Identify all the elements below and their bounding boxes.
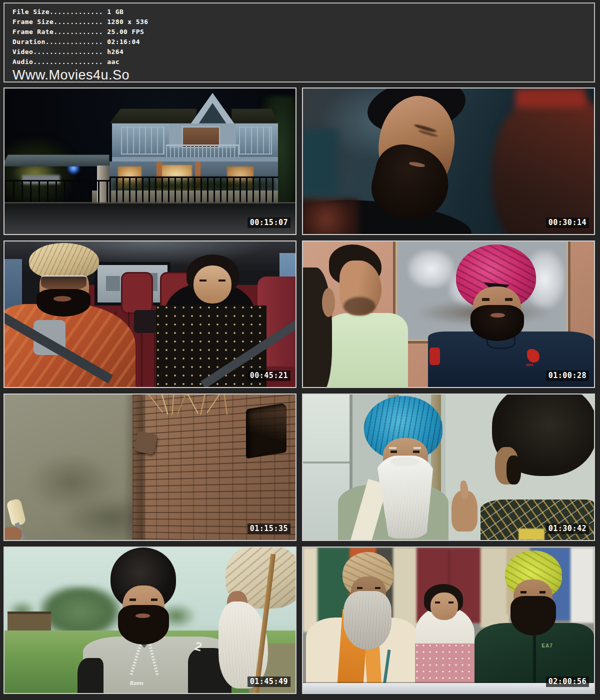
polo-logo-text: USPA [526,364,533,366]
screenshot-cell-6: 01:30:42 [302,394,595,541]
elder-eyes [357,587,380,590]
speaker-eyes [482,298,512,300]
media-info-sheet: File Size............. 1 GB Frame Size..… [0,0,600,700]
timestamp-badge: 00:30:14 [546,218,589,228]
warm-blur-blob [303,199,358,234]
upper-window-right [239,126,272,155]
still-brick-wall [4,394,296,540]
green-tshirt-man-body [320,313,408,387]
young-man-eyes [520,591,546,594]
blurred-foreground-head [492,92,594,234]
screenshot-cell-7: 2 Rams 01:45:49 [4,546,296,694]
screenshot-cell-3: 00:45:21 [4,240,296,388]
yellow-tee-hint [518,528,544,540]
audio-codec-line: Audio................. aac [12,57,594,67]
paint-roller [6,498,26,527]
balcony-railing [166,144,239,158]
screenshot-cell-2: 00:30:14 [302,88,595,235]
screenshot-cell-5: 01:15:35 [4,394,296,541]
file-info-panel: File Size............. 1 GB Frame Size..… [4,2,595,82]
passenger-face [194,266,232,304]
timestamp-badge: 00:15:07 [248,218,290,228]
frame-rate-line: Frame Rate............ 25.00 FPS [12,27,594,37]
carport-roof [4,154,110,166]
dry-grass-tuft [150,394,238,425]
elder-eyes [390,450,420,453]
driver-cream-turban [29,243,99,280]
speaker-mouth [490,313,505,318]
house-roof-left [110,108,197,124]
girl-eyes [435,602,454,604]
wall-broken-edge [124,394,144,540]
screenshot-cell-4: USPA 01:00:28 [302,240,595,388]
broken-brick-chunk [134,430,158,454]
still-blue-turban-elder [303,394,594,540]
white-mustache [390,457,420,466]
still-field-talk: 2 Rams [4,548,296,693]
timestamp-badge: 01:30:42 [546,524,589,534]
screenshot-cell-8: EA7 02:00:56 [302,546,595,694]
elder-grey-beard [344,591,392,649]
white-horse-1 [408,250,454,288]
field-shed [8,612,51,632]
still-face-closeup [303,88,594,234]
listener-beard-edge [506,456,521,484]
house-roof-right [232,108,278,124]
driver-sunglasses [41,276,86,290]
young-man-beard [510,596,556,636]
driver-beard [36,289,90,316]
young-man-eyes [130,598,157,601]
driver-mouth [54,296,71,301]
timestamp-badge: 01:15:35 [248,524,290,534]
speaker-beard [470,305,524,342]
teal-shape [303,129,338,196]
still-house-night [4,88,296,234]
black-sleeve-left [78,658,104,693]
timestamp-badge: 01:00:28 [546,370,589,381]
frame-size-line: Frame Size............ 1280 x 536 [12,17,594,27]
file-size-line: File Size............. 1 GB [12,7,594,17]
timestamp-badge: 00:45:21 [248,370,290,381]
video-codec-line: Video................. h264 [12,47,594,57]
still-car-interior [4,242,296,387]
screenshot-cell-1: 00:15:07 [4,88,296,235]
red-sleeve-number [430,348,440,365]
blurred-tree-1 [40,586,121,638]
duration-line: Duration.............. 02:16:04 [12,37,594,47]
still-spectators: EA7 [303,548,594,693]
timestamp-badge: 02:00:56 [546,676,589,687]
upper-window-left [121,126,164,155]
iron-fence-left [4,180,110,204]
jersey-brand-text: Rams [130,680,144,686]
jacket-brand-text: EA7 [542,644,552,648]
young-man-beard [118,605,169,644]
elder-brows [389,447,421,450]
passenger-eyes [200,280,226,282]
site-watermark: Www.Movies4u.So [12,68,594,82]
red-hair-accent [516,88,586,108]
driver-orange-jacket [4,304,136,387]
dark-wall-opening [246,403,286,459]
girl-face [430,592,458,620]
still-pink-turban: USPA [303,242,594,387]
timestamp-badge: 01:45:49 [248,676,290,687]
foreground-man-face [322,288,335,317]
hand [4,527,22,540]
headrest-left [121,272,153,314]
foreground-man-head [303,268,332,387]
polo-player-logo [527,349,539,362]
